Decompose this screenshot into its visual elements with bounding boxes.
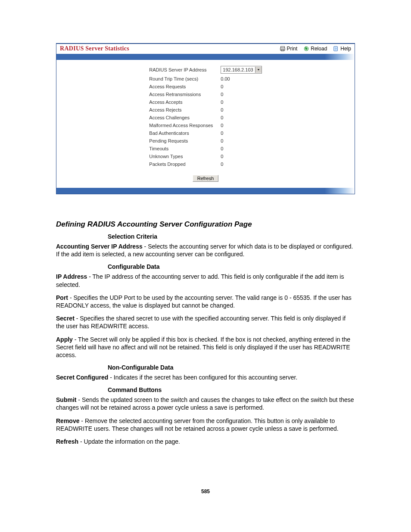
stats-row: Bad Authenticators0 [146,130,264,137]
para-ip: IP Address - The IP address of the accou… [56,273,355,288]
stats-label: Unknown Types [146,153,215,160]
term-acct-ip: Accounting Server IP Address [56,243,143,250]
stats-row: Access Rejects0 [146,106,264,113]
text-submit: - Sends the updated screen to the switch… [56,396,354,411]
print-icon [280,46,286,52]
stats-row: Unknown Types0 [146,153,264,160]
para-acct-ip: Accounting Server IP Address - Selects t… [56,243,355,258]
section-heading: Defining RADIUS Accounting Server Config… [56,220,355,229]
stats-value: 0 [216,106,264,113]
stats-label: Bad Authenticators [146,130,215,137]
stats-row: Round Trip Time (secs)0.00 [146,75,264,82]
para-secret: Secret - Specifies the shared secret to … [56,314,355,330]
term-secret: Secret [56,315,75,322]
stats-value: 0 [216,153,264,160]
stats-panel: RADIUS Server Statistics Print Reload [56,43,355,194]
term-apply: Apply [56,336,73,343]
stats-row: Packets Dropped0 [146,161,264,168]
stats-label: Access Challenges [146,114,215,121]
reload-label: Reload [311,46,327,52]
stats-label: Access Retransmissions [146,91,215,98]
stats-label: Access Requests [146,83,215,90]
stats-label: Pending Requests [146,137,215,144]
stats-row: Timeouts0 [146,145,264,152]
stats-row: RADIUS Server IP Address192.168.2.103 [146,65,264,75]
text-ip: - The IP address of the accounting serve… [56,273,344,288]
term-remove: Remove [56,417,79,424]
chevron-down-icon [255,67,262,73]
panel-titlebar: RADIUS Server Statistics Print Reload [56,44,355,54]
stats-row: Access Requests0 [146,83,264,90]
stats-label: Access Accepts [146,99,215,106]
stats-value: 0 [216,114,264,121]
stats-row: Malformed Access Responses0 [146,122,264,129]
stats-row: Access Challenges0 [146,114,264,121]
stats-label: Round Trip Time (secs) [146,75,215,82]
gradient-bar-bottom [56,188,355,194]
para-apply: Apply - The Secret will only be applied … [56,336,355,359]
text-secconf: - Indicates if the secret has been confi… [108,374,297,381]
subhead-config: Configurable Data [108,263,355,270]
stats-row: Access Accepts0 [146,99,264,106]
text-remove: - Remove the selected accounting server … [56,417,339,432]
svg-rect-0 [280,47,284,48]
term-port: Port [56,294,68,301]
para-refresh: Refresh - Update the information on the … [56,438,355,445]
para-secconf: Secret Configured - Indicates if the sec… [56,373,355,381]
ip-dropdown[interactable]: 192.168.2.103 [221,66,262,74]
stats-label: Timeouts [146,145,215,152]
para-port: Port - Specifies the UDP Port to be used… [56,294,355,309]
subhead-nonconfig: Non-Configurable Data [108,364,355,371]
stats-value: 192.168.2.103 [216,65,264,75]
stats-value: 0 [216,91,264,98]
stats-value: 0 [216,83,264,90]
para-remove: Remove - Remove the selected accounting … [56,417,355,432]
text-apply: - The Secret will only be applied if thi… [56,336,350,358]
panel-title: RADIUS Server Statistics [60,45,129,52]
print-button[interactable]: Print [280,46,298,52]
stats-value: 0 [216,99,264,106]
refresh-button[interactable]: Refresh [193,175,219,182]
stats-value: 0 [216,145,264,152]
help-icon: ? [333,46,339,52]
stats-value: 0 [216,161,264,168]
reload-button[interactable]: Reload [303,46,327,52]
help-button[interactable]: ? Help [333,46,351,52]
term-submit: Submit [56,396,76,403]
stats-row: Pending Requests0 [146,137,264,144]
text-secret: - Specifies the shared secret to use wit… [56,315,346,330]
svg-text:?: ? [335,47,336,50]
stats-label: Malformed Access Responses [146,122,215,129]
stats-value: 0.00 [216,75,264,82]
reload-icon [303,46,309,52]
stats-value: 0 [216,130,264,137]
help-label: Help [340,46,351,52]
stats-value: 0 [216,122,264,129]
text-refresh: - Update the information on the page. [78,438,180,445]
subhead-cmd: Command Buttons [108,386,355,393]
para-submit: Submit - Sends the updated screen to the… [56,396,355,411]
stats-row: Access Retransmissions0 [146,91,264,98]
stats-label: Packets Dropped [146,161,215,168]
gradient-bar [56,54,355,60]
text-port: - Specifies the UDP Port to be used by t… [56,294,352,309]
term-secconf: Secret Configured [56,374,108,381]
term-ip: IP Address [56,273,87,280]
subhead-selection: Selection Criteria [108,233,355,240]
term-refresh: Refresh [56,438,78,445]
stats-table: RADIUS Server IP Address192.168.2.103Rou… [146,64,265,168]
stats-value: 0 [216,137,264,144]
print-label: Print [287,46,298,52]
stats-label: RADIUS Server IP Address [146,65,215,75]
stats-label: Access Rejects [146,106,215,113]
ip-dropdown-value: 192.168.2.103 [223,66,253,73]
page-number: 585 [56,488,355,495]
